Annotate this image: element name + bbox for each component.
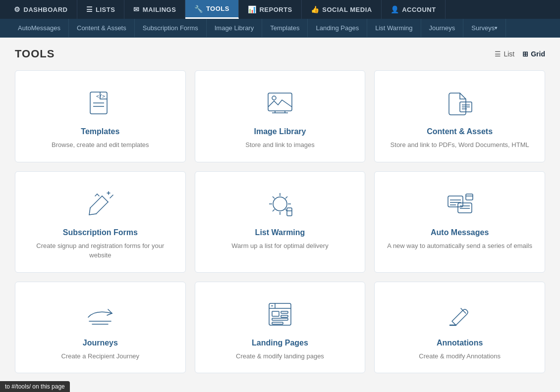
nav-account[interactable]: 👤 ACCOUNT [382, 0, 446, 19]
svg-rect-52 [281, 315, 288, 317]
subnav-auto-messages[interactable]: AutoMessages [10, 19, 69, 38]
tool-card-image-library[interactable]: Image Library Store and link to images [195, 70, 366, 162]
templates-card-desc: Browse, create and edit templates [52, 140, 149, 150]
templates-card-icon: </> [83, 86, 117, 120]
tools-grid: </> Templates Browse, create and edit te… [15, 70, 545, 373]
svg-line-28 [273, 196, 275, 198]
sub-navigation: AutoMessages Content & Assets Subscripti… [0, 19, 560, 38]
svg-rect-41 [466, 194, 473, 200]
tool-card-content-assets[interactable]: Content & Assets Store and link to PDFs,… [374, 70, 545, 162]
subscription-forms-svg [85, 189, 115, 219]
journeys-card-icon [83, 297, 117, 332]
auto-messages-card-desc: A new way to automatically send a series… [387, 241, 532, 251]
subscription-forms-card-title: Subscription Forms [63, 228, 138, 237]
tool-card-auto-messages[interactable]: Auto Messages A new way to automatically… [374, 171, 545, 273]
main-content: TOOLS ☰ List ⊞ Grid </> [0, 38, 560, 392]
svg-line-17 [96, 202, 108, 214]
svg-line-18 [95, 194, 97, 196]
svg-line-14 [102, 196, 108, 202]
nav-mailings[interactable]: ✉ MAILINGS [124, 0, 185, 19]
tool-card-annotations[interactable]: Annotations Create & modify Annotations [374, 282, 545, 374]
auto-messages-card-icon [443, 187, 477, 221]
list-warming-card-desc: Warm up a list for optimal delivery [231, 241, 328, 251]
svg-line-16 [89, 214, 96, 215]
subnav-surveys[interactable]: Surveys [463, 19, 506, 38]
content-assets-svg [445, 88, 475, 118]
journeys-svg [85, 299, 115, 329]
content-assets-card-title: Content & Assets [427, 127, 493, 136]
svg-line-13 [90, 196, 102, 208]
subnav-landing-pages[interactable]: Landing Pages [308, 19, 367, 38]
svg-point-5 [272, 96, 276, 100]
svg-line-19 [97, 194, 99, 196]
subnav-list-warming[interactable]: List Warming [367, 19, 421, 38]
view-toggle: ☰ List ⊞ Grid [495, 50, 545, 58]
subnav-subscription-forms[interactable]: Subscription Forms [135, 19, 207, 38]
svg-rect-38 [458, 203, 472, 213]
landing-pages-card-desc: Create & modify landing pages [236, 351, 324, 361]
svg-text:</>: </> [96, 94, 105, 99]
subnav-templates[interactable]: Templates [262, 19, 308, 38]
templates-svg: </> [85, 88, 115, 118]
subnav-content-assets[interactable]: Content & Assets [69, 19, 135, 38]
list-warming-svg [265, 189, 295, 219]
subscription-forms-card-icon [83, 187, 117, 221]
svg-line-30 [285, 196, 287, 198]
journeys-card-title: Journeys [83, 339, 118, 347]
auto-messages-svg [445, 189, 475, 219]
grid-view-icon: ⊞ [522, 50, 528, 58]
svg-rect-54 [272, 322, 283, 324]
image-library-card-icon [263, 86, 297, 120]
image-library-svg [265, 88, 295, 118]
tool-card-subscription-forms[interactable]: Subscription Forms Create signup and reg… [15, 171, 186, 273]
svg-rect-53 [272, 318, 288, 320]
social-icon: 👍 [311, 5, 320, 13]
mailings-icon: ✉ [133, 5, 140, 13]
landing-pages-card-title: Landing Pages [252, 339, 308, 347]
svg-rect-51 [281, 311, 288, 313]
svg-rect-50 [272, 311, 279, 316]
svg-rect-32 [287, 208, 292, 216]
list-view-toggle[interactable]: ☰ List [495, 50, 514, 58]
auto-messages-card-title: Auto Messages [431, 228, 489, 237]
lists-icon: ☰ [86, 5, 93, 13]
content-assets-card-desc: Store and link to PDFs, Word Documents, … [391, 140, 529, 150]
image-library-card-desc: Store and link to images [245, 140, 314, 150]
list-view-icon: ☰ [495, 50, 501, 58]
annotations-card-desc: Create & modify Annotations [419, 351, 501, 361]
templates-card-title: Templates [81, 127, 119, 136]
tool-card-list-warming[interactable]: List Warming Warm up a list for optimal … [195, 171, 366, 273]
tools-icon: 🔧 [194, 5, 203, 13]
image-library-card-title: Image Library [254, 127, 306, 136]
svg-line-31 [273, 209, 275, 211]
nav-reports[interactable]: 📊 REPORTS [239, 0, 302, 19]
svg-line-15 [89, 208, 90, 215]
journeys-card-desc: Create a Recipient Journey [61, 351, 140, 361]
nav-social-media[interactable]: 👍 SOCIAL MEDIA [302, 0, 382, 19]
reports-icon: 📊 [248, 5, 257, 13]
status-bar: to #/tools/ on this page [0, 381, 70, 392]
svg-line-44 [107, 313, 112, 315]
account-icon: 👤 [391, 5, 399, 13]
landing-pages-card-icon [263, 297, 297, 332]
tool-card-journeys[interactable]: Journeys Create a Recipient Journey [15, 282, 186, 374]
nav-dashboard[interactable]: ⚙ DASHBOARD [5, 0, 77, 19]
tool-card-templates[interactable]: </> Templates Browse, create and edit te… [15, 70, 186, 162]
annotations-card-title: Annotations [437, 339, 483, 347]
svg-point-23 [273, 197, 287, 211]
content-assets-card-icon [443, 86, 477, 120]
nav-tools[interactable]: 🔧 TOOLS [185, 0, 239, 19]
page-header: TOOLS ☰ List ⊞ Grid [15, 48, 545, 60]
tool-card-landing-pages[interactable]: Landing Pages Create & modify landing pa… [195, 282, 366, 374]
annotations-card-icon [443, 297, 477, 332]
nav-lists[interactable]: ☰ LISTS [77, 0, 125, 19]
page-title: TOOLS [15, 48, 55, 60]
annotations-svg [445, 299, 475, 329]
top-navigation: ⚙ DASHBOARD ☰ LISTS ✉ MAILINGS 🔧 TOOLS 📊… [0, 0, 560, 19]
list-warming-card-icon [263, 187, 297, 221]
subscription-forms-card-desc: Create signup and registration forms for… [25, 241, 175, 260]
subnav-image-library[interactable]: Image Library [207, 19, 262, 38]
grid-view-toggle[interactable]: ⊞ Grid [522, 50, 545, 58]
svg-line-22 [110, 195, 113, 198]
subnav-journeys[interactable]: Journeys [421, 19, 464, 38]
